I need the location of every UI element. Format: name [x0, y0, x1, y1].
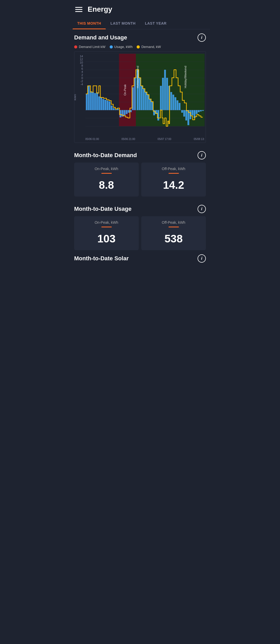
mtd-demand-on-peak-label: On-Peak, kWh [95, 167, 118, 171]
tab-this-month[interactable]: THIS MONTH [73, 18, 106, 29]
svg-rect-40 [141, 86, 143, 110]
menu-button[interactable] [75, 7, 82, 12]
svg-rect-17 [92, 92, 94, 110]
mtd-usage-off-peak-value: 538 [164, 233, 183, 245]
legend-demand-label: Demand, kW [141, 45, 161, 49]
mtd-usage-off-peak-label: Off-Peak, kWh [162, 220, 185, 225]
svg-rect-59 [181, 110, 183, 113]
legend-demand: Demand, kW [137, 45, 161, 49]
x-axis-labels: 05/06 01:00 05/06 21:00 05/07 17:00 05/0… [85, 137, 205, 141]
legend-dot-red [74, 45, 77, 48]
mtd-usage-on-peak-underline [101, 227, 112, 227]
svg-rect-20 [98, 96, 100, 110]
month-to-date-solar-section: Month-to-Date Solar i [70, 254, 210, 270]
svg-rect-34 [128, 110, 130, 113]
svg-rect-56 [174, 97, 176, 110]
mtd-usage-on-peak-card: On-Peak, kWh 103 [74, 216, 139, 250]
tab-bar: THIS MONTH LAST MONTH LAST YEAR [70, 18, 210, 29]
chart-svg: On-Peak Holiday/Weekend Holiday/Weekend [85, 54, 205, 137]
svg-rect-27 [113, 108, 115, 110]
demand-usage-title: Demand and Usage [74, 34, 127, 41]
svg-rect-55 [172, 95, 174, 110]
chart-legend: Demand Limit kW Usage, kWh Demand, kW [74, 45, 206, 49]
svg-rect-19 [96, 92, 98, 110]
svg-rect-44 [149, 99, 151, 110]
x-label-3: 05/07 17:00 [158, 138, 171, 141]
svg-rect-58 [179, 103, 180, 110]
app-title: Energy [88, 5, 112, 13]
x-label-4: 05/08 13: [194, 138, 205, 141]
demand-usage-info-icon[interactable]: i [198, 33, 206, 42]
svg-rect-25 [109, 101, 110, 110]
chart-main: On-Peak Holiday/Weekend Holiday/Weekend … [85, 54, 205, 141]
svg-rect-49 [160, 86, 162, 110]
mtd-demand-on-peak-card: On-Peak, kWh 8.8 [74, 163, 139, 197]
mtd-usage-off-peak-card: Off-Peak, kWh 538 [141, 216, 206, 250]
tab-last-year[interactable]: LAST YEAR [140, 18, 171, 29]
svg-rect-61 [185, 110, 187, 121]
x-label-1: 05/06 01:00 [85, 138, 99, 141]
svg-rect-33 [126, 110, 128, 114]
svg-rect-31 [122, 110, 123, 117]
svg-rect-21 [100, 98, 102, 110]
legend-usage-label: Usage, kWh [114, 45, 133, 49]
y-axis-label: kWh [74, 94, 77, 100]
svg-rect-42 [145, 92, 147, 110]
mtd-demand-on-peak-underline [101, 173, 112, 174]
mtd-usage-title: Month-to-Date Usage [74, 206, 131, 212]
mtd-demand-on-peak-value: 8.8 [99, 179, 114, 191]
legend-usage: Usage, kWh [110, 45, 133, 49]
svg-text:Holiday/Weekend: Holiday/Weekend [136, 66, 139, 88]
demand-usage-section: Demand and Usage i Demand Limit kW Usage… [70, 29, 210, 143]
legend-dot-yellow [137, 45, 140, 48]
svg-rect-52 [166, 78, 168, 110]
mtd-usage-on-peak-label: On-Peak, kWh [95, 220, 118, 225]
svg-rect-32 [124, 110, 125, 115]
month-to-date-usage-section: Month-to-Date Usage i On-Peak, kWh 103 O… [70, 201, 210, 250]
svg-rect-45 [151, 102, 153, 110]
mtd-solar-title: Month-to-Date Solar [74, 255, 129, 262]
month-to-date-demand-section: Month-to-Date Demand i On-Peak, kWh 8.8 … [70, 147, 210, 197]
svg-rect-16 [90, 91, 92, 110]
mtd-demand-off-peak-card: Off-Peak, kWh 14.2 [141, 163, 206, 197]
svg-rect-57 [177, 100, 178, 110]
svg-rect-24 [107, 101, 108, 110]
svg-text:On-Peak: On-Peak [123, 84, 127, 96]
legend-demand-limit: Demand Limit kW [74, 45, 106, 49]
svg-rect-23 [104, 100, 106, 110]
mtd-demand-info-icon[interactable]: i [198, 151, 206, 159]
mtd-demand-off-peak-value: 14.2 [163, 179, 184, 191]
mtd-demand-title: Month-to-Date Demand [74, 152, 137, 159]
svg-rect-54 [170, 92, 172, 110]
svg-rect-14 [86, 94, 88, 110]
mtd-solar-info-icon[interactable]: i [198, 254, 206, 263]
svg-rect-18 [94, 93, 96, 110]
svg-rect-68 [200, 110, 202, 111]
chart-area: kWh 14 12 10 8 6 4 2 0 -2 -4 [75, 54, 205, 141]
legend-demand-limit-label: Demand Limit kW [79, 45, 106, 49]
svg-rect-28 [115, 109, 117, 110]
legend-dot-blue [110, 45, 113, 48]
svg-rect-66 [196, 110, 198, 114]
demand-usage-chart: kWh 14 12 10 8 6 4 2 0 -2 -4 [74, 51, 206, 143]
mtd-demand-header: Month-to-Date Demand i [74, 151, 206, 159]
svg-rect-67 [198, 110, 200, 112]
svg-rect-69 [202, 110, 204, 111]
svg-rect-15 [88, 86, 90, 110]
svg-rect-26 [111, 106, 113, 110]
svg-text:Holiday/Weekend: Holiday/Weekend [184, 66, 187, 88]
svg-rect-50 [162, 78, 164, 110]
app-header: Energy [70, 0, 210, 18]
mtd-usage-header: Month-to-Date Usage i [74, 205, 206, 213]
svg-rect-51 [164, 70, 166, 110]
svg-rect-41 [143, 89, 145, 110]
mtd-solar-header: Month-to-Date Solar i [74, 254, 206, 263]
mtd-usage-info-icon[interactable]: i [198, 205, 206, 213]
tab-last-month[interactable]: LAST MONTH [106, 18, 140, 29]
svg-rect-60 [183, 110, 185, 117]
y-axis: 14 12 10 8 6 4 2 0 -2 -4 [76, 54, 85, 92]
mtd-usage-on-peak-value: 103 [97, 233, 115, 245]
svg-rect-22 [102, 99, 104, 110]
mtd-usage-off-peak-underline [169, 227, 179, 227]
svg-rect-43 [147, 95, 149, 110]
